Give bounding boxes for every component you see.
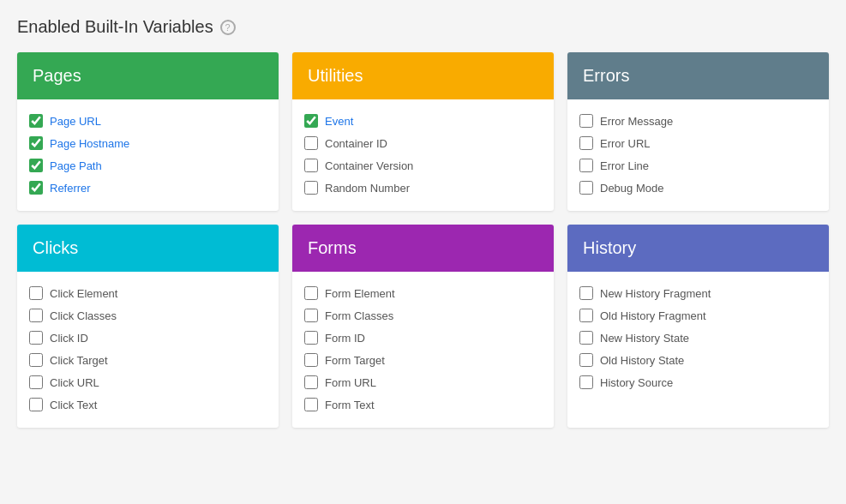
checkbox-history-0[interactable] — [579, 286, 593, 300]
checkbox-label-forms-3[interactable]: Form Target — [325, 354, 385, 367]
checkbox-pages-0[interactable] — [29, 114, 43, 128]
list-item: Click URL — [29, 371, 267, 393]
list-item: Click ID — [29, 327, 267, 349]
checkbox-label-clicks-3[interactable]: Click Target — [50, 354, 108, 367]
checkbox-errors-2[interactable] — [579, 159, 593, 172]
card-body-utilities: EventContainer IDContainer VersionRandom… — [292, 99, 554, 211]
checkbox-label-errors-3[interactable]: Debug Mode — [600, 182, 663, 195]
checkbox-clicks-2[interactable] — [29, 331, 43, 345]
checkbox-label-pages-2[interactable]: Page Path — [50, 159, 102, 172]
checkbox-errors-1[interactable] — [579, 136, 593, 150]
checkbox-label-forms-2[interactable]: Form ID — [325, 332, 365, 345]
checkbox-label-utilities-3[interactable]: Random Number — [325, 182, 410, 195]
checkbox-history-4[interactable] — [579, 375, 593, 389]
checkbox-label-pages-3[interactable]: Referrer — [50, 182, 91, 195]
list-item: Container Version — [304, 154, 542, 177]
checkbox-history-2[interactable] — [579, 331, 593, 345]
checkbox-clicks-4[interactable] — [29, 375, 43, 389]
checkbox-label-history-2[interactable]: New History State — [600, 332, 689, 345]
checkbox-pages-3[interactable] — [29, 181, 43, 195]
checkbox-label-forms-0[interactable]: Form Element — [325, 287, 395, 300]
checkbox-label-history-3[interactable]: Old History State — [600, 354, 684, 367]
checkbox-label-errors-2[interactable]: Error Line — [600, 159, 649, 172]
card-utilities: UtilitiesEventContainer IDContainer Vers… — [292, 52, 554, 211]
checkbox-forms-5[interactable] — [304, 398, 318, 411]
checkbox-utilities-0[interactable] — [304, 114, 318, 128]
checkbox-clicks-3[interactable] — [29, 353, 43, 367]
checkbox-label-history-0[interactable]: New History Fragment — [600, 287, 711, 300]
checkbox-utilities-1[interactable] — [304, 136, 318, 150]
checkbox-forms-2[interactable] — [304, 331, 318, 345]
card-header-clicks: Clicks — [17, 225, 279, 272]
card-body-history: New History FragmentOld History Fragment… — [567, 272, 829, 405]
checkbox-label-pages-0[interactable]: Page URL — [50, 115, 101, 128]
list-item: Error URL — [579, 132, 817, 154]
checkbox-forms-4[interactable] — [304, 375, 318, 389]
card-header-pages: Pages — [17, 52, 279, 99]
checkbox-label-history-4[interactable]: History Source — [600, 376, 673, 389]
list-item: Old History State — [579, 349, 817, 371]
checkbox-utilities-3[interactable] — [304, 181, 318, 195]
checkbox-label-forms-5[interactable]: Form Text — [325, 399, 375, 411]
card-body-clicks: Click ElementClick ClassesClick IDClick … — [17, 272, 279, 428]
checkbox-label-utilities-1[interactable]: Container ID — [325, 137, 387, 150]
list-item: Debug Mode — [579, 177, 817, 199]
list-item: Click Text — [29, 393, 267, 416]
checkbox-history-1[interactable] — [579, 309, 593, 322]
checkbox-label-history-1[interactable]: Old History Fragment — [600, 309, 706, 322]
list-item: Click Target — [29, 349, 267, 371]
checkbox-label-forms-4[interactable]: Form URL — [325, 376, 376, 389]
card-header-forms: Forms — [292, 225, 554, 272]
checkbox-forms-1[interactable] — [304, 309, 318, 322]
checkbox-history-3[interactable] — [579, 353, 593, 367]
help-icon[interactable]: ? — [220, 20, 236, 35]
card-pages: PagesPage URLPage HostnamePage PathRefer… — [17, 52, 279, 211]
checkbox-errors-0[interactable] — [579, 114, 593, 128]
list-item: Form URL — [304, 371, 542, 393]
card-history: HistoryNew History FragmentOld History F… — [567, 225, 829, 428]
list-item: Error Message — [579, 110, 817, 132]
checkbox-label-clicks-5[interactable]: Click Text — [50, 399, 97, 411]
checkbox-label-utilities-2[interactable]: Container Version — [325, 159, 413, 172]
list-item: New History Fragment — [579, 282, 817, 304]
list-item: History Source — [579, 371, 817, 393]
checkbox-forms-0[interactable] — [304, 286, 318, 300]
checkbox-pages-2[interactable] — [29, 159, 43, 172]
card-errors: ErrorsError MessageError URLError LineDe… — [567, 52, 829, 211]
checkbox-label-errors-0[interactable]: Error Message — [600, 115, 673, 128]
checkbox-pages-1[interactable] — [29, 136, 43, 150]
card-header-errors: Errors — [567, 52, 829, 99]
checkbox-label-errors-1[interactable]: Error URL — [600, 137, 651, 150]
list-item: Click Element — [29, 282, 267, 304]
list-item: Container ID — [304, 132, 542, 154]
list-item: New History State — [579, 327, 817, 349]
list-item: Form Classes — [304, 304, 542, 327]
card-body-pages: Page URLPage HostnamePage PathReferrer — [17, 99, 279, 211]
checkbox-utilities-2[interactable] — [304, 159, 318, 172]
checkbox-label-forms-1[interactable]: Form Classes — [325, 309, 393, 322]
checkbox-label-utilities-0[interactable]: Event — [325, 115, 353, 128]
list-item: Page Path — [29, 154, 267, 177]
checkbox-errors-3[interactable] — [579, 181, 593, 195]
checkbox-clicks-5[interactable] — [29, 398, 43, 411]
checkbox-label-clicks-1[interactable]: Click Classes — [50, 309, 117, 322]
checkbox-clicks-0[interactable] — [29, 286, 43, 300]
checkbox-label-pages-1[interactable]: Page Hostname — [50, 137, 129, 150]
checkbox-forms-3[interactable] — [304, 353, 318, 367]
list-item: Page URL — [29, 110, 267, 132]
checkbox-clicks-1[interactable] — [29, 309, 43, 322]
variables-grid: PagesPage URLPage HostnamePage PathRefer… — [17, 52, 829, 428]
checkbox-label-clicks-2[interactable]: Click ID — [50, 332, 88, 345]
checkbox-label-clicks-0[interactable]: Click Element — [50, 287, 117, 300]
list-item: Form Element — [304, 282, 542, 304]
list-item: Page Hostname — [29, 132, 267, 154]
page-title: Enabled Built-In Variables — [17, 17, 213, 37]
list-item: Form ID — [304, 327, 542, 349]
list-item: Referrer — [29, 177, 267, 199]
card-body-errors: Error MessageError URLError LineDebug Mo… — [567, 99, 829, 211]
list-item: Old History Fragment — [579, 304, 817, 327]
card-body-forms: Form ElementForm ClassesForm IDForm Targ… — [292, 272, 554, 428]
checkbox-label-clicks-4[interactable]: Click URL — [50, 376, 99, 389]
card-clicks: ClicksClick ElementClick ClassesClick ID… — [17, 225, 279, 428]
card-forms: FormsForm ElementForm ClassesForm IDForm… — [292, 225, 554, 428]
